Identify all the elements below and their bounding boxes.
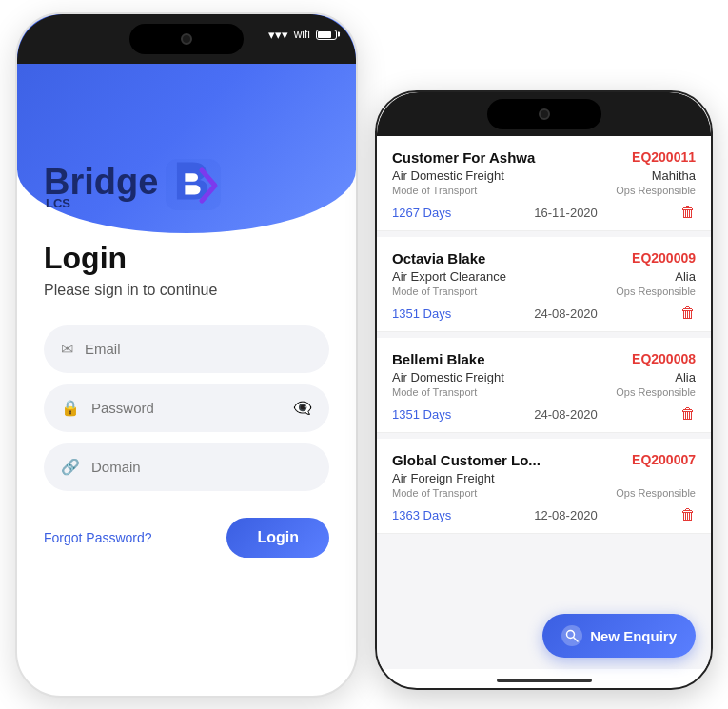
battery-icon xyxy=(316,30,337,40)
delete-icon-1[interactable]: 🗑 xyxy=(680,204,696,221)
service-row-1: Air Domestic Freight Mahitha xyxy=(392,168,696,183)
enquiry-list: Customer For Ashwa EQ200011 Air Domestic… xyxy=(377,136,711,669)
customer-name-3: Bellemi Blake xyxy=(392,351,485,367)
login-subtitle: Please sign in to continue xyxy=(44,282,217,299)
label-row-2: Mode of Transport Ops Responsible xyxy=(392,286,696,297)
label-row-3: Mode of Transport Ops Responsible xyxy=(392,386,696,398)
card-top-row-4: Global Customer Lo... EQ200007 xyxy=(392,452,696,468)
right-camera-notch xyxy=(539,108,550,120)
delete-icon-4[interactable]: 🗑 xyxy=(680,506,696,523)
forgot-login-row: Forgot Password? Login xyxy=(44,518,329,558)
notch-pill xyxy=(129,24,244,54)
fab-search-icon xyxy=(561,625,582,646)
battery-fill xyxy=(318,31,331,38)
home-indicator xyxy=(497,679,592,682)
enquiry-card-1[interactable]: Customer For Ashwa EQ200011 Air Domestic… xyxy=(377,136,711,231)
service-name-2: Air Export Clearance xyxy=(392,269,506,284)
service-row-3: Air Domestic Freight Alia xyxy=(392,370,696,384)
left-phone: ▾▾▾ wifi Bridge LCS Login Please sign in xyxy=(15,12,358,698)
ops-label-3: Ops Responsible xyxy=(616,386,696,398)
forgot-password-link[interactable]: Forgot Password? xyxy=(44,530,152,545)
eq-number-3: EQ200008 xyxy=(632,351,696,366)
customer-name-4: Global Customer Lo... xyxy=(392,452,541,468)
ops-label-2: Ops Responsible xyxy=(616,286,696,297)
password-input[interactable] xyxy=(91,400,282,416)
right-phone: Customer For Ashwa EQ200011 Air Domestic… xyxy=(375,90,713,690)
customer-name-2: Octavia Blake xyxy=(392,250,485,266)
ops-name-2: Alia xyxy=(675,269,696,284)
email-input[interactable] xyxy=(85,341,312,357)
date-1: 16-11-2020 xyxy=(534,206,598,220)
card-bottom-row-2: 1351 Days 24-08-2020 🗑 xyxy=(392,305,696,322)
customer-name-1: Customer For Ashwa xyxy=(392,149,535,166)
brand-bridge-text: Bridge xyxy=(44,164,158,200)
delete-icon-2[interactable]: 🗑 xyxy=(680,305,696,322)
service-name-4: Air Foreign Freight xyxy=(392,471,495,485)
eye-icon[interactable]: 👁‍🗨 xyxy=(293,399,312,417)
service-label-1: Mode of Transport xyxy=(392,185,477,196)
lock-icon: 🔒 xyxy=(61,399,80,417)
email-icon: ✉ xyxy=(61,340,73,358)
service-label-4: Mode of Transport xyxy=(392,487,477,499)
right-notch-pill xyxy=(487,99,601,129)
service-name-1: Air Domestic Freight xyxy=(392,168,504,183)
date-4: 12-08-2020 xyxy=(534,508,598,522)
svg-line-2 xyxy=(574,638,579,642)
ops-name-3: Alia xyxy=(675,370,696,384)
wifi-signal-icon: wifi xyxy=(294,28,310,41)
ops-name-1: Mahitha xyxy=(652,168,696,183)
card-bottom-row-3: 1351 Days 24-08-2020 🗑 xyxy=(392,405,696,423)
card-top-row-2: Octavia Blake EQ200009 xyxy=(392,250,696,266)
label-row-1: Mode of Transport Ops Responsible xyxy=(392,185,696,196)
eq-number-2: EQ200009 xyxy=(632,250,696,266)
eq-number-4: EQ200007 xyxy=(632,452,696,467)
link-icon: 🔗 xyxy=(61,458,80,476)
brand-b-icon xyxy=(166,159,221,210)
days-1: 1267 Days xyxy=(392,206,451,220)
service-name-3: Air Domestic Freight xyxy=(392,370,504,384)
card-top-row-3: Bellemi Blake EQ200008 xyxy=(392,351,696,367)
service-row-4: Air Foreign Freight xyxy=(392,471,696,485)
wifi-icon: ▾▾▾ xyxy=(268,28,288,42)
fab-label: New Enquiry xyxy=(590,628,677,644)
domain-field-container[interactable]: 🔗 xyxy=(44,443,329,491)
ops-label-1: Ops Responsible xyxy=(616,185,696,196)
status-icons: ▾▾▾ wifi xyxy=(268,28,337,42)
brand-lcs-text: LCS xyxy=(44,196,70,210)
enquiry-card-4[interactable]: Global Customer Lo... EQ200007 Air Forei… xyxy=(377,439,711,534)
login-title: Login xyxy=(44,241,127,276)
service-row-2: Air Export Clearance Alia xyxy=(392,269,696,284)
card-bottom-row-1: 1267 Days 16-11-2020 🗑 xyxy=(392,204,696,221)
enquiry-card-2[interactable]: Octavia Blake EQ200009 Air Export Cleara… xyxy=(377,237,711,332)
domain-input[interactable] xyxy=(91,459,312,475)
camera-notch xyxy=(181,33,192,45)
card-bottom-row-4: 1363 Days 12-08-2020 🗑 xyxy=(392,506,696,523)
enquiry-card-3[interactable]: Bellemi Blake EQ200008 Air Domestic Frei… xyxy=(377,338,711,433)
card-top-row-1: Customer For Ashwa EQ200011 xyxy=(392,149,696,166)
right-notch-bar xyxy=(377,92,711,136)
days-4: 1363 Days xyxy=(392,508,451,522)
email-field-container[interactable]: ✉ xyxy=(44,325,329,373)
label-row-4: Mode of Transport Ops Responsible xyxy=(392,487,696,499)
delete-icon-3[interactable]: 🗑 xyxy=(680,405,696,423)
password-field-container[interactable]: 🔒 👁‍🗨 xyxy=(44,384,329,432)
login-content: Bridge LCS Login Please sign in to conti… xyxy=(17,64,356,696)
date-3: 24-08-2020 xyxy=(534,407,598,422)
eq-number-1: EQ200011 xyxy=(632,149,696,165)
date-2: 24-08-2020 xyxy=(534,306,598,321)
days-2: 1351 Days xyxy=(392,306,451,321)
brand-name-wrap: Bridge LCS xyxy=(44,164,158,210)
ops-label-4: Ops Responsible xyxy=(616,487,696,499)
new-enquiry-fab[interactable]: New Enquiry xyxy=(542,614,696,658)
login-button[interactable]: Login xyxy=(226,518,329,558)
days-3: 1351 Days xyxy=(392,407,451,422)
service-label-2: Mode of Transport xyxy=(392,286,477,297)
logo-wrap: Bridge LCS xyxy=(44,159,221,210)
notch-bar: ▾▾▾ wifi xyxy=(17,14,356,64)
service-label-3: Mode of Transport xyxy=(392,386,477,398)
